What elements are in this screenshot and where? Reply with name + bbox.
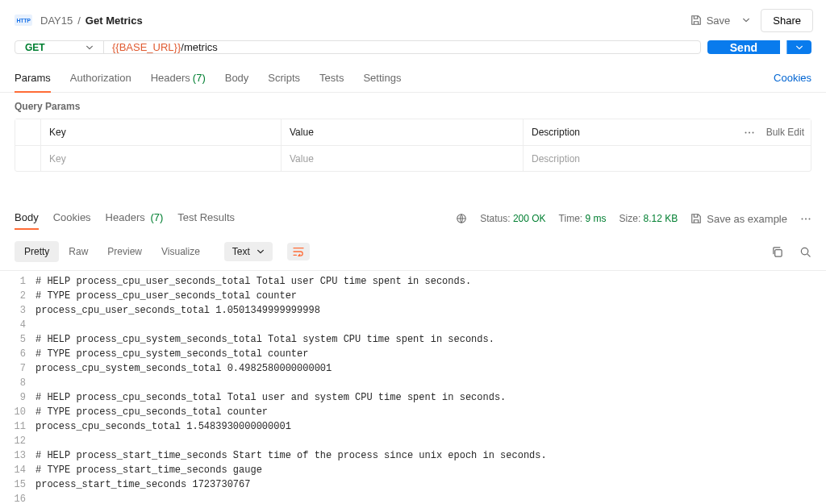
url-path: /metrics bbox=[181, 41, 218, 53]
code-line: 11process_cpu_seconds_total 1.5483930000… bbox=[0, 419, 826, 434]
bulk-edit-button[interactable]: Bulk Edit bbox=[766, 127, 804, 138]
view-visualize[interactable]: Visualize bbox=[152, 241, 210, 262]
line-number: 11 bbox=[0, 419, 35, 434]
tab-authorization[interactable]: Authorization bbox=[70, 64, 131, 92]
code-line: 9# HELP process_cpu_seconds_total Total … bbox=[0, 390, 826, 405]
tab-headers-label: Headers bbox=[151, 72, 190, 84]
line-content: # TYPE process_cpu_seconds_total counter bbox=[35, 405, 268, 419]
line-content: # TYPE process_cpu_user_seconds_total co… bbox=[35, 289, 297, 303]
breadcrumb-current[interactable]: Get Metrics bbox=[86, 15, 143, 27]
copy-icon bbox=[771, 246, 783, 258]
tab-headers[interactable]: Headers (7) bbox=[151, 64, 206, 92]
send-dropdown[interactable] bbox=[786, 40, 811, 54]
size-label: Size: bbox=[620, 213, 641, 224]
share-button[interactable]: Share bbox=[761, 9, 813, 32]
search-button[interactable] bbox=[799, 246, 811, 258]
method-label: GET bbox=[25, 42, 45, 53]
col-key: Key bbox=[41, 119, 282, 145]
code-line: 14# TYPE process_start_time_seconds gaug… bbox=[0, 463, 826, 477]
response-body[interactable]: 1# HELP process_cpu_user_seconds_total T… bbox=[0, 270, 826, 504]
url-variable: {{BASE_URL}} bbox=[112, 41, 181, 53]
tab-body[interactable]: Body bbox=[225, 64, 249, 92]
line-number: 1 bbox=[0, 274, 35, 289]
col-options-icon[interactable] bbox=[744, 131, 755, 134]
wrap-icon bbox=[293, 247, 304, 256]
line-number: 7 bbox=[0, 361, 35, 376]
line-content: # HELP process_cpu_system_seconds_total … bbox=[35, 332, 494, 347]
save-label: Save bbox=[707, 15, 731, 27]
line-number: 8 bbox=[0, 376, 35, 390]
table-grip-header bbox=[15, 119, 41, 145]
wrap-toggle[interactable] bbox=[287, 243, 310, 260]
url-input[interactable]: {{BASE_URL}}/metrics bbox=[104, 41, 700, 53]
view-pretty[interactable]: Pretty bbox=[15, 241, 59, 262]
url-bar: GET {{BASE_URL}}/metrics bbox=[15, 40, 701, 54]
line-number: 15 bbox=[0, 477, 35, 492]
resp-tab-headers-count: (7) bbox=[150, 211, 163, 223]
view-raw[interactable]: Raw bbox=[59, 241, 98, 262]
chevron-down-icon bbox=[257, 248, 265, 256]
code-line: 5# HELP process_cpu_system_seconds_total… bbox=[0, 332, 826, 347]
line-number: 4 bbox=[0, 318, 35, 332]
send-button[interactable]: Send bbox=[707, 40, 780, 54]
breadcrumb-sep: / bbox=[77, 15, 81, 27]
line-content: process_cpu_seconds_total 1.548393000000… bbox=[35, 419, 291, 434]
code-line: 7process_cpu_system_seconds_total 0.4982… bbox=[0, 361, 826, 376]
line-content: # HELP process_start_time_seconds Start … bbox=[35, 448, 547, 463]
tab-settings[interactable]: Settings bbox=[363, 64, 401, 92]
code-line: 2# TYPE process_cpu_user_seconds_total c… bbox=[0, 289, 826, 303]
tab-headers-count: (7) bbox=[193, 72, 206, 84]
globe-icon[interactable] bbox=[456, 213, 467, 224]
tab-scripts[interactable]: Scripts bbox=[268, 64, 300, 92]
line-number: 2 bbox=[0, 289, 35, 303]
code-line: 4 bbox=[0, 318, 826, 332]
save-button[interactable]: Save bbox=[684, 10, 737, 31]
code-line: 6# TYPE process_cpu_system_seconds_total… bbox=[0, 347, 826, 361]
col-desc: Description Bulk Edit bbox=[524, 119, 811, 145]
line-number: 3 bbox=[0, 303, 35, 318]
key-input[interactable] bbox=[49, 153, 273, 165]
copy-button[interactable] bbox=[771, 246, 783, 258]
time-value: 9 ms bbox=[586, 213, 607, 224]
table-grip[interactable] bbox=[15, 146, 41, 171]
line-number: 5 bbox=[0, 332, 35, 347]
resp-tab-body[interactable]: Body bbox=[15, 211, 39, 226]
line-number: 6 bbox=[0, 347, 35, 361]
body-mode-select[interactable]: Text bbox=[224, 242, 273, 261]
chevron-down-icon bbox=[742, 16, 750, 24]
line-number: 12 bbox=[0, 434, 35, 448]
code-line: 16 bbox=[0, 492, 826, 504]
query-params-table: Key Value Description Bulk Edit bbox=[15, 119, 811, 172]
line-content: process_start_time_seconds 1723730767 bbox=[35, 477, 250, 492]
time-label: Time: bbox=[559, 213, 583, 224]
view-preview[interactable]: Preview bbox=[98, 241, 152, 262]
cookies-link[interactable]: Cookies bbox=[774, 72, 811, 84]
size-value: 8.12 KB bbox=[644, 213, 678, 224]
desc-input[interactable] bbox=[532, 153, 803, 165]
resp-tab-headers[interactable]: Headers (7) bbox=[106, 211, 164, 226]
chevron-down-icon bbox=[86, 44, 94, 52]
line-content: # TYPE process_cpu_system_seconds_total … bbox=[35, 347, 308, 361]
time-kv: Time: 9 ms bbox=[559, 213, 607, 224]
chevron-down-icon bbox=[795, 44, 803, 52]
line-content: # HELP process_cpu_seconds_total Total u… bbox=[35, 390, 506, 405]
method-select[interactable]: GET bbox=[15, 41, 104, 53]
breadcrumb-parent[interactable]: DAY15 bbox=[40, 15, 73, 27]
more-options-icon[interactable] bbox=[800, 218, 811, 220]
tab-params[interactable]: Params bbox=[15, 64, 51, 92]
resp-tab-cookies[interactable]: Cookies bbox=[53, 211, 91, 226]
save-as-example-button[interactable]: Save as example bbox=[690, 213, 787, 225]
tab-tests[interactable]: Tests bbox=[319, 64, 344, 92]
line-content: # TYPE process_start_time_seconds gauge bbox=[35, 463, 262, 477]
resp-tab-test-results[interactable]: Test Results bbox=[177, 211, 235, 226]
line-number: 13 bbox=[0, 448, 35, 463]
code-line: 8 bbox=[0, 376, 826, 390]
status-value: 200 OK bbox=[513, 213, 546, 224]
code-line: 3process_cpu_user_seconds_total 1.050134… bbox=[0, 303, 826, 318]
code-line: 15process_start_time_seconds 1723730767 bbox=[0, 477, 826, 492]
save-dropdown[interactable] bbox=[736, 8, 756, 32]
value-input[interactable] bbox=[290, 153, 515, 165]
col-value: Value bbox=[282, 119, 524, 145]
col-desc-label: Description bbox=[532, 127, 580, 138]
line-content: process_cpu_user_seconds_total 1.0501349… bbox=[35, 303, 320, 318]
